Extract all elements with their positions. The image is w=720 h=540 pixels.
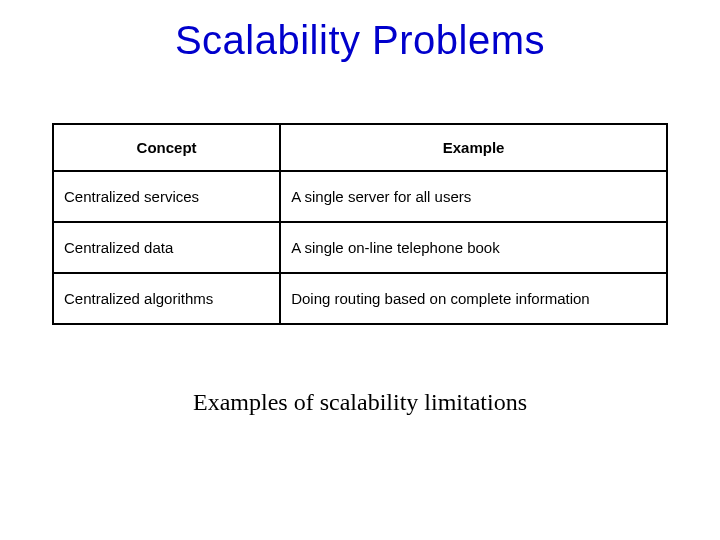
table-header-row: Concept Example (53, 124, 667, 171)
table-row: Centralized algorithms Doing routing bas… (53, 273, 667, 324)
table-row: Centralized services A single server for… (53, 171, 667, 222)
caption: Examples of scalability limitations (0, 389, 720, 416)
cell-concept: Centralized algorithms (53, 273, 280, 324)
table-row: Centralized data A single on-line teleph… (53, 222, 667, 273)
table-container: Concept Example Centralized services A s… (52, 123, 668, 325)
cell-example: Doing routing based on complete informat… (280, 273, 667, 324)
cell-example: A single server for all users (280, 171, 667, 222)
slide: Scalability Problems Concept Example Cen… (0, 0, 720, 540)
header-concept: Concept (53, 124, 280, 171)
scalability-table: Concept Example Centralized services A s… (52, 123, 668, 325)
header-example: Example (280, 124, 667, 171)
cell-concept: Centralized data (53, 222, 280, 273)
slide-title: Scalability Problems (0, 0, 720, 63)
cell-concept: Centralized services (53, 171, 280, 222)
cell-example: A single on-line telephone book (280, 222, 667, 273)
